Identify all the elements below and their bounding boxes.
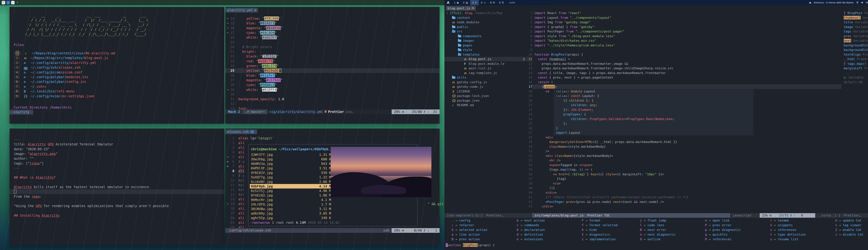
markdown-line[interactable] [14, 189, 17, 194]
markdown-line[interactable]: title: Alacritty GPU Accelerated Termina… [14, 142, 113, 147]
zsh-line[interactable]: ali [238, 216, 244, 220]
markdown-line[interactable]: Alacritty bills itself as the fastest te… [14, 185, 151, 189]
file-row[interactable]: ad6v9Oy.jpg3.05 M [250, 211, 331, 216]
discord-icon[interactable]: ᗜ [2, 1, 5, 4]
yaml-line[interactable]: white: "#ECEFF4" [238, 87, 279, 92]
wifi-icon[interactable] [856, 2, 859, 4]
yaml-line[interactable]: blue: "#61afef" [238, 73, 277, 78]
code-line[interactable]: import "../style/themes/prism-darcula.le… [534, 43, 615, 48]
whichkey-item[interactable]: D → declaration [515, 228, 545, 232]
code-line[interactable]: <PostPager prev={prev && prev.node} next… [534, 200, 664, 204]
zsh-line[interactable]: ali [238, 155, 244, 159]
outline-item[interactable]: next Variable:15 [844, 38, 868, 43]
file-row[interactable]: 04PDl3F.jpg3.51 M [250, 166, 331, 170]
buffer-tab-aliases-zsh[interactable]: aliases.zsh›_ [225, 130, 257, 134]
explorer-item-components[interactable]: components [458, 34, 482, 38]
workspace-3[interactable]: 3V [470, 0, 479, 5]
zsh-line[interactable]: ali [238, 220, 244, 225]
arch-logo-icon[interactable]: Λ [444, 1, 452, 4]
explorer-item-LICENSE[interactable]: ⚷LICENSE [452, 89, 470, 94]
bluetooth-icon[interactable]: ᛒ [6, 1, 10, 4]
yaml-line[interactable]: bright: [238, 49, 256, 54]
workspace-9[interactable]: 9☰ [497, 0, 506, 5]
buffer-tab-blog-post-js[interactable]: blog-post.jsJS [446, 6, 476, 10]
whichkey-item[interactable]: n → next diagnostic [638, 232, 676, 237]
code-line[interactable]: {/* <Share title={title} url={url} pathn… [534, 195, 688, 199]
outline-item[interactable]: default:48 [844, 80, 863, 84]
outline-item[interactable]: backgroundColor Property:21 [844, 43, 868, 48]
whichkey-item[interactable]: i → implementation [580, 237, 616, 242]
file-row[interactable]: 9hMxcHr.jpg4.1 M [250, 197, 331, 202]
whichkey-item[interactable]: z → disable CoC [833, 232, 864, 237]
code-line[interactable]: ))} [534, 186, 555, 190]
explorer-item-gatsby-node.js[interactable]: JSgatsby-node.js [452, 84, 483, 89]
code-line[interactable]: props.data.markdownRemark.frontmatter.im… [534, 66, 673, 71]
yaml-line[interactable]: white: "#abb2bf" [238, 35, 279, 40]
explorer-item-style[interactable]: style [458, 48, 472, 52]
zsh-line[interactable]: ali [238, 150, 244, 155]
zsh-line[interactable]: #al [238, 178, 244, 183]
code-line[interactable]: /> [534, 149, 549, 154]
zsh-line[interactable]: ali [238, 145, 244, 150]
code-line[interactable]: const thumbnail = [534, 57, 570, 61]
explorer-item-node_modules[interactable]: JSnode_modules [452, 20, 479, 25]
markdown-line[interactable]: author: "" [14, 156, 34, 161]
file-row[interactable]: 3UwJhbg.jpg680 K [250, 157, 331, 161]
startify-entry[interactable]: [6] ⚙ ~/.config/polybar/config.ini [14, 79, 86, 84]
code-line[interactable]: </div> [534, 190, 557, 195]
startify-entry[interactable]: [5] ⚙ ~/.config/polybar/modules.ini [14, 75, 88, 79]
code-line[interactable]: className={style.markdownBody} [534, 144, 606, 149]
markdown-line[interactable]: ## What is Alacritty? [14, 175, 56, 180]
whichkey-item[interactable]: e → extensions [515, 237, 543, 242]
yaml-line[interactable]: yellow: "#EBCB8B" [238, 16, 281, 21]
file-row[interactable]: 6QbF0pb.jpg4.14 M [250, 184, 331, 189]
whichkey-item[interactable]: ; → refactor [450, 223, 474, 227]
code-line[interactable]: {tag} [534, 176, 566, 181]
whichkey-item[interactable]: a → line action [450, 232, 480, 237]
file-row[interactable]: 24LrDFQ.jpg1.7 M [250, 202, 331, 206]
markdown-line[interactable]: "Using the GPU for rendering enables opt… [14, 204, 169, 208]
code-line[interactable]: <div className={style.markdownBody}> [534, 154, 613, 158]
whichkey-item[interactable]: f → format selected [580, 223, 618, 227]
outline-item[interactable]: ▤Variable [844, 75, 864, 80]
yaml-line[interactable]: background_opacity: 1.0 [238, 97, 284, 102]
code-line[interactable]: return ( [534, 80, 553, 84]
workspace-8[interactable]: 8✉ [488, 0, 497, 5]
whichkey-item[interactable]: B → prev action [450, 237, 480, 242]
outline-item[interactable]: ƒ tags.map() callback Function:35 [844, 61, 868, 66]
markdown-line[interactable]: date: "2020-05-23" [14, 147, 50, 151]
markdown-line[interactable]: --- [14, 166, 20, 170]
outline-item[interactable]: image Variable:14 [844, 25, 868, 29]
code-line[interactable]: function BlogPost(props) { [534, 52, 583, 57]
file-row[interactable]: 6iibVNY.jpg2.06 M [250, 179, 331, 184]
code-line[interactable]: const { title, image, tags } = props.dat… [534, 71, 666, 75]
zsh-line[interactable]: ali [238, 141, 244, 145]
whichkey-item[interactable]: Z → enable CoC [833, 228, 862, 232]
outline-item[interactable]: title Variable:14 [844, 20, 868, 25]
display-icon[interactable]: ▭ [11, 1, 14, 4]
file-row[interactable]: 5oXQT7g.jpg1.22 M [250, 175, 331, 179]
whichkey-item[interactable]: A → selected action [450, 228, 487, 232]
explorer-item-post-list.js[interactable]: JSpost-list.js [464, 66, 491, 71]
markdown-line[interactable]: From the repo: [14, 194, 42, 199]
buffer-tab-alacritty-yml[interactable]: alacritty.yml⚙ [225, 8, 258, 12]
startify-entry[interactable]: [4] ⚙ ~/.config/picom/picom.conf [14, 70, 82, 75]
code-line[interactable]: import { graphql } from "gatsby" [534, 25, 594, 29]
whichkey-item[interactable]: b → next action [515, 218, 545, 223]
startify-entry[interactable]: [9] {} ~/.config/nvim/coc-settings.json [14, 94, 94, 99]
outline-item[interactable]: thumbnail Variable:11 [844, 16, 868, 20]
whichkey-item[interactable]: c → commands [515, 223, 539, 227]
explorer-item-gatsby-config.js[interactable]: JSgatsby-config.js [452, 80, 487, 84]
code-line[interactable]: <span>Tagged in </span> [534, 163, 592, 167]
explorer-item-templates[interactable]: templates [458, 52, 480, 57]
outline-item[interactable]: backgroundColor Property:23 [844, 48, 868, 52]
file-row[interactable]: 4bORVJa.jpg943 K [250, 161, 331, 166]
explorer-item-blog-post.js[interactable]: JSblog-post.js [464, 57, 491, 61]
yaml-line[interactable]: # Bright colors [238, 45, 272, 49]
zsh-line[interactable]: ali [238, 211, 244, 216]
whichkey-item[interactable]: . → config [450, 218, 470, 223]
code-line[interactable]: import Layout from "../components/layout… [534, 16, 611, 20]
zsh-line[interactable]: ali [238, 225, 244, 230]
startify-entry[interactable]: [7] ⚙ ~/.zshrc [14, 84, 46, 89]
code-line[interactable]: import PostPager from "../components/pos… [534, 29, 624, 34]
